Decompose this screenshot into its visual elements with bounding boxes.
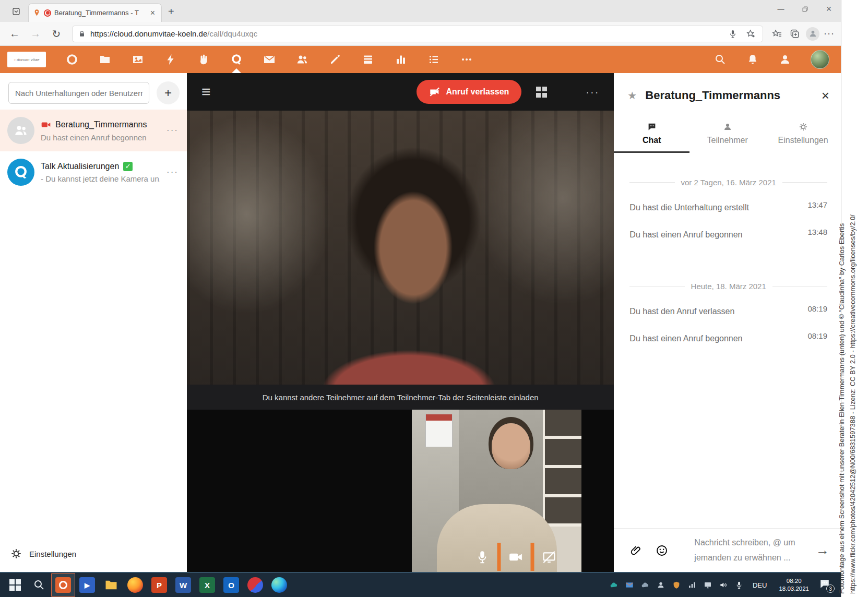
taskbar-clock[interactable]: 08:20 18.03.2021	[779, 577, 809, 593]
files-icon[interactable]	[98, 53, 112, 66]
wall-calendar	[425, 414, 453, 447]
call-menu-icon[interactable]: ≡	[201, 84, 211, 100]
call-more-button[interactable]: ···	[586, 86, 599, 98]
movies-app-button[interactable]: ▶	[75, 573, 99, 597]
refresh-button[interactable]: ↻	[48, 28, 65, 40]
more-apps-icon[interactable]	[460, 53, 473, 66]
tray-security-icon[interactable]	[672, 581, 681, 590]
system-message: Du hast die Unterhaltung erstellt 13:47	[629, 200, 827, 215]
explorer-app-button[interactable]	[99, 573, 123, 597]
edge-app-button[interactable]	[267, 573, 291, 597]
talk-icon-active[interactable]	[230, 53, 243, 66]
favorite-star-icon[interactable]: ★	[627, 89, 637, 102]
sidebar-settings-button[interactable]: Einstellungen	[10, 548, 76, 559]
tray-cast-icon[interactable]	[610, 581, 619, 590]
photos-icon[interactable]	[131, 53, 145, 66]
close-panel-icon[interactable]: ×	[822, 89, 829, 102]
conversations-sidebar: + Beratung_Timmermanns Du hast einen Anr…	[0, 73, 187, 572]
tray-contacts-icon[interactable]	[657, 581, 665, 590]
conversation-menu-button[interactable]: ···	[167, 125, 181, 136]
activity-icon[interactable]	[164, 53, 177, 66]
conversation-item-selected[interactable]: Beratung_Timmermanns Du hast einen Anruf…	[0, 110, 187, 151]
tray-mail-icon[interactable]	[625, 581, 634, 590]
donumvitae-app-button[interactable]	[51, 573, 75, 597]
window-minimize-button[interactable]: —	[769, 0, 793, 18]
window-restore-button[interactable]	[793, 0, 817, 18]
outlook-app-button[interactable]: O	[219, 573, 243, 597]
favorites-bar-icon[interactable]	[770, 27, 784, 41]
user-avatar[interactable]	[811, 50, 829, 69]
voice-search-icon[interactable]	[726, 27, 740, 41]
browser-tab-active[interactable]: Beratung_Timmermanns - T ×	[28, 3, 162, 22]
browser-window: Beratung_Timmermanns - T × + — × ← → ↻ h…	[0, 0, 841, 597]
emoji-icon[interactable]	[656, 544, 668, 557]
conversation-info: Beratung_Timmermanns Du hast einen Anruf…	[41, 120, 160, 142]
conversation-search-input[interactable]	[8, 82, 149, 104]
microphone-icon[interactable]	[475, 550, 490, 564]
powerpoint-app-button[interactable]: P	[147, 573, 171, 597]
word-app-button[interactable]: W	[171, 573, 195, 597]
tray-mic-icon[interactable]	[735, 581, 744, 590]
conversation-item[interactable]: Talk Aktualisierungen ✓ - Du kannst jetz…	[0, 151, 187, 193]
date-separator: vor 2 Tagen, 16. März 2021	[629, 178, 827, 187]
screenshare-off-icon[interactable]	[542, 550, 556, 564]
tray-volume-icon[interactable]	[719, 581, 728, 590]
start-button[interactable]	[3, 573, 27, 597]
tray-network-icon[interactable]	[688, 581, 697, 590]
browser-menu-button[interactable]: ···	[824, 28, 835, 39]
leave-call-label: Anruf verlassen	[446, 87, 509, 97]
address-bar[interactable]: https://cloud.donumvitae-koeln.de/call/d…	[72, 26, 763, 42]
new-tab-button[interactable]: +	[168, 6, 174, 18]
collections-icon[interactable]	[788, 27, 802, 41]
message-input[interactable]: Nachricht schreiben, @ um jemanden zu er…	[682, 535, 802, 566]
analytics-icon[interactable]	[394, 53, 408, 66]
notes-icon[interactable]	[328, 53, 342, 66]
call-top-bar: ≡ Anruf verlassen ···	[187, 73, 614, 111]
leave-call-button[interactable]: Anruf verlassen	[417, 80, 521, 104]
add-favorite-icon[interactable]	[744, 27, 757, 41]
tab-actions-button[interactable]	[8, 4, 24, 19]
tab-teilnehmer[interactable]: Teilnehmer	[689, 119, 765, 153]
nextcloud-header: ◦donum vitae	[0, 46, 841, 73]
forms-icon[interactable]	[197, 53, 210, 66]
notifications-bell-icon[interactable]	[746, 53, 759, 66]
tab-close-icon[interactable]: ×	[148, 8, 157, 18]
mail-icon[interactable]	[263, 53, 276, 66]
language-indicator[interactable]: DEU	[753, 581, 767, 589]
new-conversation-button[interactable]: +	[157, 81, 180, 104]
snipping-app-button[interactable]	[243, 573, 267, 597]
contacts-menu-icon[interactable]	[778, 53, 792, 66]
talk-updates-avatar	[7, 159, 34, 186]
tab-chat[interactable]: Chat	[614, 119, 689, 153]
attach-file-icon[interactable]	[629, 544, 642, 557]
tab-einstellungen[interactable]: Einstellungen	[765, 119, 841, 153]
deck-icon[interactable]	[361, 53, 375, 66]
tab-recording-indicator	[44, 9, 51, 17]
nextcloud-logo[interactable]: ◦donum vitae	[7, 52, 46, 67]
tray-display-icon[interactable]	[704, 581, 712, 590]
back-button[interactable]: ←	[6, 28, 23, 40]
system-message: Du hast den Anruf verlassen 08:19	[629, 304, 827, 319]
dashboard-icon[interactable]	[65, 53, 79, 66]
window-close-button[interactable]: ×	[817, 0, 841, 18]
firefox-app-button[interactable]	[123, 573, 147, 597]
url-text[interactable]: https://cloud.donumvitae-koeln.de/call/d…	[90, 29, 722, 38]
send-message-icon[interactable]: →	[816, 542, 829, 558]
tasks-icon[interactable]	[427, 53, 441, 66]
tray-onedrive-icon[interactable]	[641, 581, 650, 590]
lock-icon	[78, 30, 86, 38]
message-list[interactable]: vor 2 Tagen, 16. März 2021 Du hast die U…	[614, 153, 841, 528]
excel-app-button[interactable]: X	[195, 573, 219, 597]
action-center-button[interactable]: 3	[819, 578, 833, 592]
camera-icon[interactable]	[509, 550, 523, 564]
forward-button[interactable]: →	[27, 28, 44, 40]
system-tray: DEU 08:20 18.03.2021 3	[610, 577, 836, 593]
contacts-icon[interactable]	[295, 53, 309, 66]
grid-view-icon[interactable]	[536, 87, 547, 98]
clock-date: 18.03.2021	[779, 586, 809, 592]
unified-search-icon[interactable]	[714, 53, 727, 66]
browser-profile-avatar[interactable]	[806, 27, 819, 41]
taskbar-search-button[interactable]	[27, 573, 51, 597]
conversation-menu-button[interactable]: ···	[167, 167, 181, 177]
site-favicon	[33, 9, 41, 17]
